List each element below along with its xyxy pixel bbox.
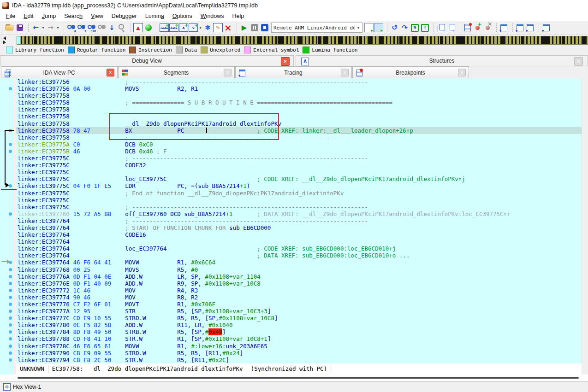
margin-dot-icon[interactable] — [9, 289, 12, 292]
listing-line-24[interactable]: linker:EC397764 — [0, 238, 582, 245]
nav-right-arrow-icon[interactable] — [3, 41, 6, 44]
tab-ida-view-pc[interactable]: IDA View-PC× — [1, 66, 118, 78]
hex-view-tab[interactable]: Hex View-1 — [13, 384, 41, 390]
listing-line-16[interactable]: linker:EC39775C 04 F0 1F E5 LDR PC, =(su… — [0, 182, 582, 189]
menu-windows[interactable]: Windows — [196, 12, 228, 20]
tab-close-icon[interactable]: × — [107, 69, 114, 76]
open-subview-icon[interactable] — [436, 23, 446, 33]
disassembly-listing[interactable]: linker:EC397756 ; ----------------------… — [0, 78, 582, 363]
debugger-start-icon[interactable]: ▶ — [239, 23, 249, 33]
lumina-icon[interactable] — [143, 23, 153, 33]
back-drop-icon[interactable]: ▾ — [41, 23, 45, 33]
step-into-icon[interactable] — [420, 23, 430, 33]
menu-file[interactable]: File — [2, 12, 19, 20]
listing-line-17[interactable]: linker:EC39775C ; End of function __dl__… — [0, 190, 582, 197]
listing-line-20[interactable]: linker:EC397760 15 72 A5 B8 off_EC397760… — [0, 211, 582, 217]
search-text-icon[interactable] — [77, 23, 86, 33]
margin-dot-icon[interactable] — [9, 296, 12, 299]
menu-lumina[interactable]: Lumina — [141, 12, 168, 20]
tab-tracing[interactable]: Tracing× — [235, 66, 352, 78]
menu-edit[interactable]: Edit — [19, 12, 38, 20]
menu-help[interactable]: Help — [228, 12, 249, 20]
margin-dot-icon[interactable] — [9, 316, 12, 320]
tab-segments[interactable]: Segments× — [118, 66, 235, 78]
debugger-select[interactable]: Remote ARM Linux/Android debugger▾ — [271, 23, 362, 33]
string-drop-icon[interactable]: ▾ — [198, 23, 202, 33]
listing-line-39[interactable]: linker:EC39778C 46 F6 65 61 MOVW R1, #:l… — [0, 343, 582, 350]
run-to-cursor-icon[interactable]: ↷ — [400, 23, 410, 33]
debug-view-pane-header[interactable]: Debug View × — [0, 55, 294, 66]
debugger-pause-icon[interactable] — [249, 23, 259, 33]
menu-debugger[interactable]: Debugger — [107, 12, 141, 20]
tab-close-icon[interactable]: × — [458, 69, 466, 76]
listing-line-11[interactable]: linker:EC39775B 46 DCB 0x46 ; F — [0, 148, 582, 155]
listing-line-26[interactable]: linker:EC397764 ; DATA XREF: sub_EB6CD00… — [0, 252, 582, 259]
listing-line-7[interactable]: linker:EC397758 __dl__Z9do_dlopenPKciPK1… — [0, 120, 582, 127]
listing-line-3[interactable]: linker:EC397758 — [0, 92, 582, 99]
listing-line-15[interactable]: linker:EC39775C loc_EC39775C ; CODE XREF… — [0, 176, 582, 182]
margin-dot-icon[interactable] — [9, 184, 12, 187]
listing-line-23[interactable]: linker:EC397764 CODE16 — [0, 231, 582, 238]
margin-dot-icon[interactable] — [9, 330, 12, 333]
listing-line-29[interactable]: linker:EC39776A 0D F1 04 0E ADD.W LR, SP… — [0, 273, 582, 280]
tab-close-icon[interactable]: × — [224, 69, 232, 76]
continue-process-icon[interactable] — [374, 23, 383, 32]
margin-dot-icon[interactable] — [9, 323, 12, 327]
search-lock-icon[interactable] — [117, 23, 127, 33]
open-file-icon[interactable] — [5, 23, 14, 33]
breakpoint-delete-icon[interactable] — [483, 23, 493, 33]
hscroll-thumb[interactable] — [18, 377, 579, 379]
margin-dot-icon[interactable] — [9, 268, 12, 271]
listing-line-9[interactable]: linker:EC397758 ; ----------------------… — [0, 134, 582, 141]
step-over-icon[interactable] — [410, 23, 420, 33]
structures-pane-header[interactable]: A Structures × — [296, 55, 588, 66]
listing-line-10[interactable]: linker:EC39775A C0 DCB 0xC0 — [0, 141, 582, 148]
margin-dot-icon[interactable] — [9, 87, 12, 90]
search-again-icon[interactable] — [97, 23, 107, 33]
listing-line-19[interactable]: linker:EC39775C ; ----------------------… — [0, 204, 582, 211]
run-until-return-icon[interactable]: ↺ — [390, 23, 399, 33]
attach-process-icon[interactable] — [364, 23, 374, 32]
listing-line-36[interactable]: linker:EC397780 0E F5 82 5B ADD.W R11, L… — [0, 322, 582, 328]
jump-address-icon[interactable]: ↓ — [107, 23, 117, 33]
debugger-stop-icon[interactable] — [260, 23, 269, 33]
listing-line-37[interactable]: linker:EC397784 8D F8 49 50 STRB.W R5, [… — [0, 328, 582, 335]
listing-line-38[interactable]: linker:EC397788 CD F8 41 10 STR.W R1, [S… — [0, 335, 582, 342]
margin-dot-icon[interactable] — [9, 303, 12, 306]
listing-line-12[interactable]: linker:EC39775C ; ----------------------… — [0, 155, 582, 162]
search-hash-icon[interactable] — [66, 23, 76, 33]
listing-line-6[interactable]: linker:EC397758 — [0, 113, 582, 120]
debug-view-close-icon[interactable]: × — [281, 57, 290, 66]
structures-close-icon[interactable]: × — [574, 57, 583, 66]
listing-line-4[interactable]: linker:EC397758 ; =============== S U B … — [0, 99, 582, 106]
margin-dot-icon[interactable] — [9, 282, 12, 285]
menu-jump[interactable]: Jump — [38, 12, 60, 20]
listing-line-13[interactable]: linker:EC39775C CODE32 — [0, 162, 582, 169]
make-string-icon[interactable] — [189, 23, 198, 32]
listing-line-21[interactable]: linker:EC397764 ; ----------------------… — [0, 217, 582, 224]
back-icon[interactable]: ← — [31, 23, 41, 33]
listing-line-25[interactable]: linker:EC397764 loc_EC397764 ; CODE XREF… — [0, 245, 582, 252]
margin-dot-icon[interactable] — [9, 310, 12, 313]
breakpoint-add-icon[interactable] — [473, 23, 482, 33]
listing-line-30[interactable]: linker:EC39776E 0D F1 40 09 ADD.W R9, SP… — [0, 280, 582, 287]
make-name-icon[interactable] — [179, 23, 188, 32]
margin-dot-icon[interactable] — [9, 351, 12, 355]
forward-drop-icon[interactable]: ▾ — [56, 23, 60, 33]
listing-line-28[interactable]: linker:EC397768 00 25 MOVS R5, #0 — [0, 266, 582, 273]
make-array-icon[interactable]: ✱ — [203, 23, 213, 33]
function-trace-icon[interactable] — [525, 23, 535, 33]
listing-line-14[interactable]: linker:EC39775C — [0, 169, 582, 176]
margin-dot-icon[interactable] — [9, 275, 12, 278]
nav-band-arrows[interactable] — [3, 36, 8, 44]
listing-line-5[interactable]: linker:EC397758 — [0, 106, 582, 113]
make-data-icon[interactable] — [169, 23, 178, 32]
margin-dot-icon[interactable] — [9, 345, 12, 348]
undefine-icon[interactable]: × — [223, 23, 233, 33]
margin-dot-icon[interactable] — [9, 143, 12, 146]
problem-list-icon[interactable]: ▲ — [133, 23, 143, 32]
listing-line-27[interactable]: linker:EC397764 46 F6 64 41 MOVW R1, #0x… — [0, 259, 582, 266]
navigation-band[interactable] — [17, 36, 588, 45]
breakpoint-list-icon[interactable] — [463, 23, 472, 33]
forward-icon[interactable]: → — [46, 23, 55, 33]
